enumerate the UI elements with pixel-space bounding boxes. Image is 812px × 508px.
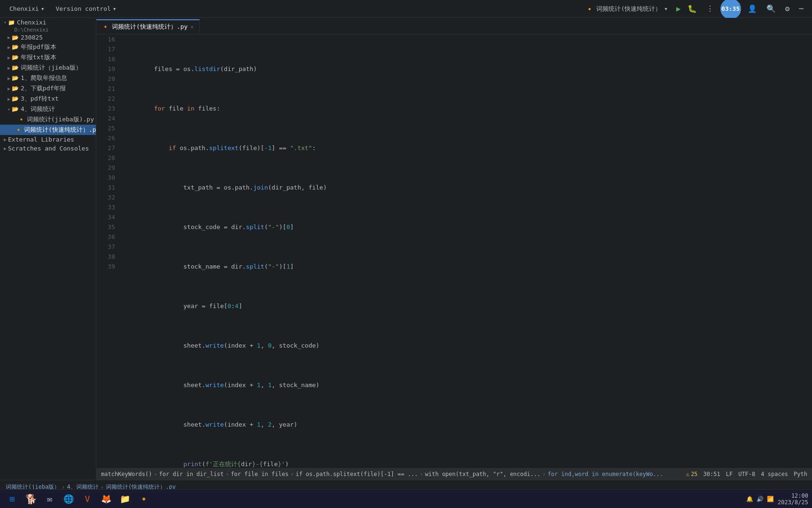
line-numbers: 16 17 18 19 20 21 22 23 24 25 26 27 28 2… (96, 34, 120, 468)
taskbar-browser2[interactable]: V (79, 491, 96, 508)
windows-icon: ⊞ (10, 494, 15, 504)
line-num-33: 33 (96, 202, 115, 212)
code-area[interactable]: files = os.listdir(dir_path) for file in… (120, 34, 812, 468)
sidebar-label-3: 3、pdf转txt (21, 95, 59, 103)
tab-close-button[interactable]: ✕ (190, 24, 194, 30)
debug-button[interactable]: 🐛 (685, 2, 700, 15)
sidebar-item-cipin-jieba-py[interactable]: 🔸 词频统计(jieba版).py (0, 114, 96, 125)
version-control-label: Version control (55, 5, 110, 12)
line-num-31: 31 (96, 183, 115, 192)
chevron-down-icon-vc: ▾ (113, 5, 117, 12)
run-config-label: 词频统计(快速纯统计） (596, 5, 661, 13)
sidebar-item-1-crawl[interactable]: ▶ 📂 1、爬取年报信息 (0, 73, 96, 83)
breadcrumb-item-6: for ind,word in enumerate(keyWo... (547, 471, 663, 477)
sidebar-item-nianbao-pdf[interactable]: ▶ 📂 年报pdf版本 (0, 42, 96, 52)
code-line-18: if os.path.splitext(file)[-1] == ".txt": (125, 143, 812, 153)
editor-container: 🔸 词频统计(快速纯统计）.py ✕ 16 17 18 19 20 21 22 … (96, 18, 812, 480)
code-line-23: sheet.write(index + 1, 0, stock_code) (125, 341, 812, 350)
indent-indicator: 4 spaces (761, 471, 788, 477)
breadcrumb-item-4: if os.path.splitext(file)[-1] == ... (296, 471, 418, 477)
sidebar-item-4-cipin[interactable]: ▾ 📂 4、词频统计 (0, 104, 96, 114)
status-right: ⚠ 25 30:51 LF UTF-8 4 spaces Pyth (686, 471, 807, 477)
line-num-19: 19 (96, 64, 115, 74)
project-selector[interactable]: Chenxixi ▾ (6, 3, 48, 14)
editor-content[interactable]: 16 17 18 19 20 21 22 23 24 25 26 27 28 2… (96, 34, 812, 468)
sidebar-item-project-root[interactable]: ▾ 📁 Chenxixi (0, 18, 96, 27)
taskbar-systray-icons: 🔔 🔊 📶 (746, 496, 774, 502)
folder-icon-4: 📂 (12, 106, 19, 112)
breadcrumb-item-2: for dir in dir_list (159, 471, 224, 477)
taskbar-chrome[interactable]: 🌐 (60, 491, 77, 508)
code-line-24: sheet.write(index + 1, 1, stock_name) (125, 380, 812, 390)
titlebar-left: Chenxixi ▾ Version control ▾ (6, 3, 120, 14)
expand-arrow: ▾ (4, 20, 7, 25)
tab-file-icon: 🔸 (102, 24, 109, 30)
taskbar-email[interactable]: ✉️ (41, 491, 58, 508)
taskbar: ⊞ 🐕 ✉️ 🌐 V 🦊 📁 🔸 🔔 🔊 📶 12:002023/8/25 (0, 489, 812, 508)
scratches-label: Scratches and Consoles (8, 145, 89, 152)
code-line-20: stock_code = dir.split("-")[0] (125, 222, 812, 232)
taskbar-browser3[interactable]: 🦊 (98, 491, 115, 508)
sidebar-label-cipin-jieba-py: 词频统计(jieba版).py (27, 115, 94, 124)
code-line-25: sheet.write(index + 1, 2, year) (125, 420, 812, 429)
sidebar-item-3-convert[interactable]: ▶ 📂 3、pdf转txt (0, 94, 96, 104)
line-num-17: 17 (96, 44, 115, 54)
tab-cipin-pure[interactable]: 🔸 词频统计(快速纯统计）.py ✕ (96, 19, 200, 34)
warning-badge: ⚠ 25 (686, 471, 698, 477)
folder-arrow2: ▶ (8, 45, 10, 50)
sidebar-item-cipin-pure-py[interactable]: 🔸 词频统计(快速纯统计）.py (0, 125, 96, 135)
version-control-menu[interactable]: Version control ▾ (52, 3, 120, 14)
run-configuration[interactable]: 🔸 词频统计(快速纯统计） ▾ (581, 3, 672, 15)
line-ending-indicator: LF (726, 471, 733, 477)
taskbar-item-1[interactable]: 🐕 (23, 491, 39, 508)
folder-arrow7: ▶ (8, 96, 10, 102)
sidebar-item-230825[interactable]: ▶ 📂 230825 (0, 33, 96, 42)
titlebar: Chenxixi ▾ Version control ▾ 🔸 词频统计(快速纯统… (0, 0, 812, 18)
sidebar-item-scratches[interactable]: ▶ Scratches and Consoles (0, 144, 96, 153)
chevron-down-icon-run: ▾ (664, 5, 668, 12)
status-bar: matchKeyWords() › for dir in dir_list › … (96, 468, 812, 480)
tab-bar: 🔸 词频统计(快速纯统计）.py ✕ (96, 18, 812, 34)
code-line-26: print(f'正在统计{dir}-{file}') (125, 459, 812, 468)
line-num-25: 25 (96, 123, 115, 133)
line-num-36: 36 (96, 232, 115, 242)
sidebar-item-2-download[interactable]: ▶ 📂 2、下载pdf年报 (0, 83, 96, 94)
sidebar-label-4: 4、词频统计 (21, 105, 55, 113)
more-options-button[interactable]: ⋮ (703, 2, 717, 15)
folder-arrow3: ▶ (8, 55, 10, 60)
line-num-34: 34 (96, 212, 115, 222)
folder-arrow4: ▶ (8, 65, 10, 71)
py-icon-pure: 🔸 (15, 127, 22, 133)
sidebar-item-cipin-jieba[interactable]: ▶ 📂 词频统计（jieba版） (0, 63, 96, 73)
timer-value: 03:35 (721, 5, 740, 12)
settings-button[interactable]: ⚙ (782, 2, 793, 15)
code-line-22: year = file[0:4] (125, 301, 812, 311)
sidebar-item-nianbao-txt[interactable]: ▶ 📂 年报txt版本 (0, 52, 96, 63)
line-num-38: 38 (96, 252, 115, 262)
breadcrumb-item-3: for file in files (231, 471, 289, 477)
folder-arrow5: ▶ (8, 76, 10, 81)
sidebar-label-cipin-pure-py: 词频统计(快速纯统计）.py (24, 126, 96, 134)
sidebar-label-1: 1、爬取年报信息 (21, 74, 67, 82)
line-num-24: 24 (96, 113, 115, 123)
language-indicator: Pyth (794, 471, 807, 477)
sidebar-item-external-libraries[interactable]: ▶ External Libraries (0, 135, 96, 144)
folder-arrow6: ▶ (8, 86, 10, 91)
run-button[interactable]: ▶ (676, 4, 681, 13)
account-button[interactable]: 👤 (745, 2, 760, 15)
minimize-button[interactable]: ─ (796, 2, 806, 15)
external-libraries-label: External Libraries (8, 136, 74, 143)
line-num-22: 22 (96, 94, 115, 103)
py-icon-jieba: 🔸 (18, 116, 25, 123)
line-num-20: 20 (96, 74, 115, 84)
taskbar-start[interactable]: ⊞ (4, 491, 21, 508)
line-num-28: 28 (96, 153, 115, 163)
sidebar-label-txt: 年报txt版本 (21, 53, 56, 62)
line-num-23: 23 (96, 103, 115, 113)
taskbar-files[interactable]: 📁 (117, 491, 133, 508)
folder-arrow8: ▾ (8, 107, 10, 112)
search-button[interactable]: 🔍 (764, 2, 779, 15)
folder-icon-pdf: 📂 (12, 44, 19, 50)
chevron-down-icon: ▾ (41, 5, 45, 12)
taskbar-app[interactable]: 🔸 (135, 491, 152, 508)
